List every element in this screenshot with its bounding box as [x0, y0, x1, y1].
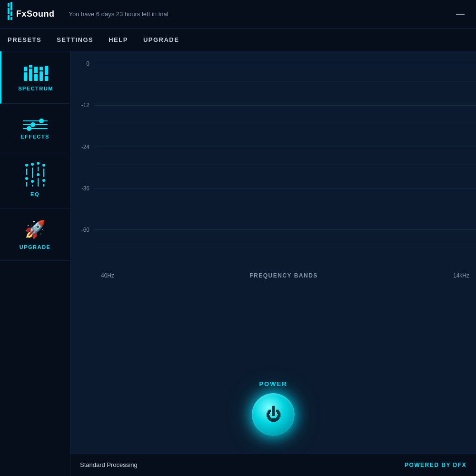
sidebar: SPECTRUM EFFECTS — [0, 51, 70, 476]
minimize-button[interactable]: — — [452, 7, 468, 21]
sidebar-item-upgrade[interactable]: 🚀 UPGRADE — [0, 208, 70, 261]
nav-help[interactable]: HELP — [109, 34, 128, 45]
app-header: FxSound You have 6 days 23 hours left in… — [0, 0, 476, 29]
spectrum-icon — [24, 64, 48, 81]
nav-settings[interactable]: SETTINGS — [57, 34, 93, 45]
freq-label-left: 40Hz — [101, 272, 114, 279]
sidebar-upgrade-label: UPGRADE — [20, 244, 51, 250]
main-layout: SPECTRUM EFFECTS — [0, 51, 476, 476]
sidebar-spectrum-label: SPECTRUM — [18, 86, 53, 91]
eq-icon — [25, 168, 45, 187]
sidebar-item-eq[interactable]: EQ — [0, 156, 70, 208]
grid-label-12: -12 — [70, 102, 94, 109]
power-icon: ⏻ — [266, 407, 281, 422]
nav-bar: PRESETS SETTINGS HELP UPGRADE — [0, 29, 476, 51]
sidebar-eq-label: EQ — [30, 191, 40, 197]
nav-upgrade[interactable]: UPGRADE — [143, 34, 179, 45]
power-button[interactable]: ⏻ — [252, 393, 295, 436]
nav-presets[interactable]: PRESETS — [8, 34, 41, 45]
effects-icon — [23, 120, 48, 129]
app-footer: Standard Processing POWERED BY DFX — [70, 453, 476, 476]
freq-label-center: FREQUENCY BANDS — [249, 272, 318, 279]
freq-label-right: 14kHz — [453, 272, 469, 279]
logo: FxSound — [8, 9, 55, 20]
grid-label-36: -36 — [70, 185, 94, 192]
sidebar-item-effects[interactable]: EFFECTS — [0, 104, 70, 156]
sidebar-item-spectrum[interactable]: SPECTRUM — [0, 51, 70, 104]
grid-label-0: 0 — [70, 60, 94, 67]
trial-message: You have 6 days 23 hours left in trial — [69, 10, 453, 18]
logo-icon — [8, 9, 12, 20]
grid-label-24: -24 — [70, 144, 94, 150]
powered-by-label: POWERED BY DFX — [405, 462, 466, 468]
grid-label-60: -60 — [70, 227, 94, 233]
upgrade-icon: 🚀 — [24, 219, 46, 239]
power-section: POWER ⏻ — [70, 367, 476, 453]
logo-text: FxSound — [16, 9, 55, 19]
power-label: POWER — [259, 380, 287, 387]
content-area: 0 -12 -24 -36 — [70, 51, 476, 476]
sidebar-effects-label: EFFECTS — [20, 134, 50, 139]
spectrum-chart: 0 -12 -24 -36 — [70, 51, 476, 367]
processing-label: Standard Processing — [80, 461, 138, 468]
